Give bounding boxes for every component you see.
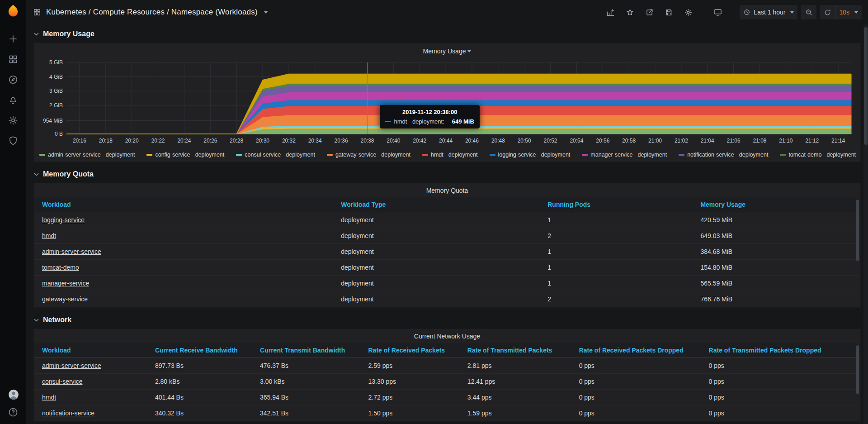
workload-link[interactable]: hmdt	[42, 232, 56, 239]
admin-shield-icon[interactable]	[8, 135, 19, 146]
workload-link[interactable]: admin-server-service	[42, 248, 101, 255]
column-header[interactable]: Rate of Transmitted Packets	[462, 343, 574, 358]
help-icon[interactable]	[8, 407, 19, 418]
legend-swatch	[236, 154, 242, 156]
chart-tooltip: 2019-11-12 20:38:00 hmdt - deployment: 6…	[380, 105, 479, 129]
sidebar	[0, 0, 26, 424]
chevron-down-icon	[264, 11, 268, 14]
legend-item[interactable]: manager-service - deployment	[582, 152, 667, 158]
section-memory-usage[interactable]: Memory Usage	[33, 25, 861, 43]
column-header[interactable]: Current Receive Bandwidth	[150, 343, 255, 358]
chart-legend: admin-server-service - deploymentconfig-…	[38, 150, 857, 159]
table-cell: 0 pps	[703, 405, 860, 421]
column-header[interactable]: Running Pods	[542, 197, 695, 212]
column-header[interactable]: Rate of Transmitted Packets Dropped	[703, 343, 860, 358]
table-cell: admin-server-service	[34, 244, 335, 260]
share-button[interactable]	[642, 5, 657, 19]
legend-swatch	[422, 154, 428, 156]
dashboards-icon[interactable]	[8, 54, 19, 65]
legend-item[interactable]: admin-server-service - deployment	[39, 152, 135, 158]
table-cell: deployment	[335, 228, 542, 244]
explore-compass-icon[interactable]	[8, 74, 19, 85]
x-axis-tick: 21:02	[675, 138, 688, 144]
column-header[interactable]: Rate of Received Packets	[363, 343, 462, 358]
workload-link[interactable]: manager-service	[42, 280, 89, 287]
table-row: admin-server-service897.73 Bs476.37 Bs2.…	[34, 358, 860, 374]
workload-link[interactable]: notification-service	[42, 410, 94, 417]
legend-item[interactable]: consul-service - deployment	[236, 152, 315, 158]
configuration-gear-icon[interactable]	[8, 115, 19, 126]
legend-item[interactable]: hmdt - deployment	[422, 152, 478, 158]
refresh-button[interactable]	[820, 5, 835, 19]
table-row: admin-server-servicedeployment1384.68 Mi…	[34, 244, 860, 260]
legend-label: gateway-service - deployment	[335, 152, 410, 158]
refresh-interval-dropdown[interactable]: 10s	[835, 5, 862, 19]
section-memory-quota[interactable]: Memory Quota	[33, 166, 861, 183]
legend-swatch	[146, 154, 152, 156]
x-axis-tick: 21:12	[805, 138, 819, 144]
y-axis-tick: 0 B	[55, 131, 63, 137]
column-header[interactable]: Memory Usage	[695, 197, 860, 212]
x-axis-tick: 20:28	[230, 138, 243, 144]
page-scrollbar[interactable]	[863, 24, 868, 424]
time-range-label: Last 1 hour	[754, 9, 785, 16]
dashboard-picker[interactable]: Kubernetes / Compute Resources / Namespa…	[33, 8, 268, 17]
chevron-down-icon	[790, 11, 794, 14]
panel-title-menu[interactable]: Memory Usage	[38, 45, 857, 57]
x-axis-tick: 20:42	[413, 138, 426, 144]
table-cell: 0 pps	[574, 358, 703, 374]
memory-usage-chart[interactable]: 20:1620:1820:2020:2220:2420:2620:2820:30…	[38, 57, 856, 150]
user-avatar[interactable]	[8, 389, 19, 400]
table-cell: hmdt	[34, 390, 150, 405]
save-icon	[665, 8, 673, 17]
share-icon	[645, 8, 654, 17]
x-axis-tick: 20:44	[439, 138, 453, 144]
section-title: Memory Quota	[43, 170, 94, 178]
legend-item[interactable]: config-service - deployment	[146, 152, 224, 158]
table-cell: 565.59 MiB	[695, 276, 860, 291]
memory-quota-table: WorkloadWorkload TypeRunning PodsMemory …	[34, 197, 860, 307]
time-range-picker[interactable]: Last 1 hour	[740, 5, 797, 19]
x-axis-tick: 21:00	[648, 138, 662, 144]
legend-item[interactable]: tomcat-demo - deployment	[780, 152, 856, 158]
y-axis-tick: 4 GiB	[49, 74, 63, 80]
star-button[interactable]	[622, 5, 638, 19]
table-cell: 2.81 pps	[462, 358, 574, 374]
alerting-bell-icon[interactable]	[8, 95, 19, 105]
workload-link[interactable]: hmdt	[42, 394, 56, 401]
table-cell: 3.00 kBs	[255, 374, 363, 390]
table-scrollbar[interactable]	[856, 200, 859, 305]
legend-label: manager-service - deployment	[590, 152, 667, 158]
refresh-picker: 10s	[820, 5, 862, 19]
column-header[interactable]: Rate of Received Packets Dropped	[574, 343, 703, 358]
table-title: Current Network Usage	[34, 329, 860, 343]
column-header[interactable]: Current Transmit Bandwidth	[255, 343, 363, 358]
legend-item[interactable]: logging-service - deployment	[490, 152, 571, 158]
grafana-logo-icon[interactable]	[5, 4, 21, 20]
tooltip-series-label: hmdt - deployment:	[394, 118, 444, 125]
zoom-out-button[interactable]	[801, 5, 816, 19]
cycle-view-button[interactable]	[710, 5, 726, 19]
column-header[interactable]: Workload Type	[335, 197, 542, 212]
save-button[interactable]	[661, 5, 677, 19]
legend-label: admin-server-service - deployment	[48, 152, 135, 158]
legend-item[interactable]: gateway-service - deployment	[327, 152, 410, 158]
legend-swatch	[39, 154, 45, 156]
legend-item[interactable]: notification-service - deployment	[679, 152, 768, 158]
workload-link[interactable]: consul-service	[42, 378, 82, 385]
dashboard-content: Memory Usage Memory Usage 20:1620:1820:2…	[26, 24, 868, 422]
table-title: Memory Quota	[34, 183, 860, 197]
column-header[interactable]: Workload	[34, 197, 335, 212]
table-cell: 2.80 kBs	[150, 374, 255, 390]
workload-link[interactable]: tomcat-demo	[42, 264, 79, 271]
column-header[interactable]: Workload	[34, 343, 150, 358]
table-row: hmdt401.44 Bs365.94 Bs2.72 pps3.44 pps0 …	[34, 390, 860, 405]
add-panel-button[interactable]	[602, 5, 618, 19]
section-network[interactable]: Network	[33, 311, 861, 329]
dashboard-settings-button[interactable]	[680, 5, 696, 19]
create-icon[interactable]	[8, 33, 19, 44]
workload-link[interactable]: admin-server-service	[42, 362, 101, 369]
workload-link[interactable]: logging-service	[42, 216, 85, 224]
table-scrollbar[interactable]	[856, 345, 859, 419]
workload-link[interactable]: gateway-service	[42, 295, 88, 303]
